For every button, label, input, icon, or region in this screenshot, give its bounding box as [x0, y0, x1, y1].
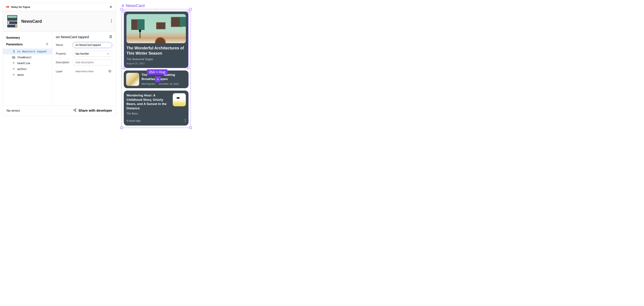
component-thumbnail	[6, 14, 18, 28]
selection-handle[interactable]	[190, 8, 192, 10]
param-item-date[interactable]: date	[3, 72, 52, 78]
name-input[interactable]	[72, 42, 112, 48]
hero-thumbnail	[126, 14, 186, 43]
parameters-section-label: Parameters	[6, 43, 23, 46]
component-icon	[122, 4, 124, 7]
hero-author: The Seasonal Sagas	[126, 58, 186, 61]
svg-point-14	[185, 121, 186, 122]
plus-icon: +	[156, 77, 159, 82]
panel-footer: No errors Share with developer	[3, 105, 116, 116]
component-frame[interactable]: The Wonderful Architectures of This Wint…	[122, 9, 191, 128]
selection-handle[interactable]	[120, 127, 123, 129]
sidebar: Summary Parameters on NewsCard tapped	[3, 32, 52, 105]
svg-point-12	[185, 119, 186, 120]
property-value: tap-handler	[76, 52, 89, 55]
svg-point-3	[111, 20, 112, 21]
param-label: on NewsCard tapped	[17, 50, 46, 53]
selection-handle[interactable]	[123, 10, 125, 13]
svg-point-1	[7, 6, 9, 8]
layer-label: Layer	[56, 70, 70, 73]
tap-icon	[12, 50, 15, 53]
selection-handle[interactable]	[187, 67, 190, 69]
parameter-list: on NewsCard tapped thumbnail headline	[3, 48, 52, 78]
card3-more-button[interactable]	[185, 119, 186, 123]
name-label: Name	[56, 43, 70, 46]
add-parameter-button[interactable]	[46, 42, 49, 46]
component-more-button[interactable]	[110, 18, 112, 24]
description-input[interactable]	[72, 59, 112, 65]
component-name: NewsCard	[21, 19, 42, 24]
relay-panel: Relay for Figma NewsCard Summary Paramet…	[3, 3, 116, 116]
text-icon	[12, 74, 15, 76]
canvas-component-name: NewsCard	[126, 3, 144, 8]
add-variant-button[interactable]: +	[155, 76, 161, 82]
param-label: headline	[17, 62, 30, 65]
param-label: thumbnail	[17, 56, 32, 59]
panel-header: Relay for Figma	[3, 3, 116, 11]
canvas-component-label[interactable]: NewsCard	[122, 3, 191, 8]
layer-value: view=hero-item	[75, 70, 94, 73]
relay-logo-icon	[6, 5, 10, 8]
svg-point-4	[111, 22, 112, 23]
row-thumbnail	[126, 73, 139, 86]
close-button[interactable]	[109, 5, 113, 9]
plugin-title: Relay for Figma	[11, 5, 30, 8]
chevron-down-icon	[107, 52, 109, 55]
selection-handle[interactable]	[123, 67, 125, 69]
selection-handle[interactable]	[120, 8, 123, 10]
param-item-thumbnail[interactable]: thumbnail	[3, 54, 52, 60]
hero-date: August 25, 2021	[126, 62, 186, 65]
share-label: Share with developer	[78, 109, 112, 113]
detail-title: on NewsCard tapped	[56, 35, 89, 39]
svg-point-2	[111, 19, 112, 20]
parameter-detail: on NewsCard tapped Name Property tap-han…	[52, 32, 116, 105]
target-layer-button[interactable]	[108, 69, 112, 73]
property-select[interactable]: tap-handler	[72, 51, 112, 57]
param-item-tap[interactable]: on NewsCard tapped	[3, 48, 52, 54]
property-label: Property	[56, 52, 70, 55]
size-badge: 354 × Hug	[147, 69, 167, 75]
selection-handle[interactable]	[190, 127, 192, 129]
delete-parameter-button[interactable]	[109, 35, 112, 39]
svg-point-8	[110, 71, 110, 71]
svg-point-6	[13, 57, 14, 57]
component-header: NewsCard	[3, 11, 116, 32]
card3-thumbnail	[173, 93, 186, 106]
hero-headline: The Wonderful Architectures of This Wint…	[126, 45, 186, 56]
summary-section[interactable]: Summary	[3, 35, 52, 41]
svg-point-13	[185, 120, 186, 121]
param-label: date	[17, 73, 24, 76]
figma-canvas: NewsCard The Wonderful Architectures of …	[122, 3, 191, 128]
param-item-headline[interactable]: headline	[3, 60, 52, 66]
hero-card[interactable]: The Wonderful Architectures of This Wint…	[124, 11, 188, 68]
errors-status: No errors	[6, 109, 20, 113]
param-item-author[interactable]: author	[3, 66, 52, 72]
param-label: author	[17, 67, 27, 71]
text-icon	[12, 62, 15, 64]
news-card-audio[interactable]: Wondering Hour: A Childhood Story, Grizz…	[124, 91, 188, 126]
card3-time: 4 hours ago	[126, 119, 141, 122]
row-meta: Morning Bre ovember 10, 2021	[142, 82, 186, 85]
alignment-guide-horizontal	[120, 68, 122, 69]
description-label: Description	[56, 61, 70, 64]
share-with-developer-button[interactable]: Share with developer	[73, 109, 112, 113]
share-icon	[73, 109, 76, 113]
selection-handle[interactable]	[187, 10, 190, 13]
text-icon	[12, 68, 15, 70]
image-icon	[12, 56, 15, 59]
card3-author: The Bees	[126, 112, 170, 115]
card3-headline: Wondering Hour: A Childhood Story, Grizz…	[126, 93, 170, 111]
